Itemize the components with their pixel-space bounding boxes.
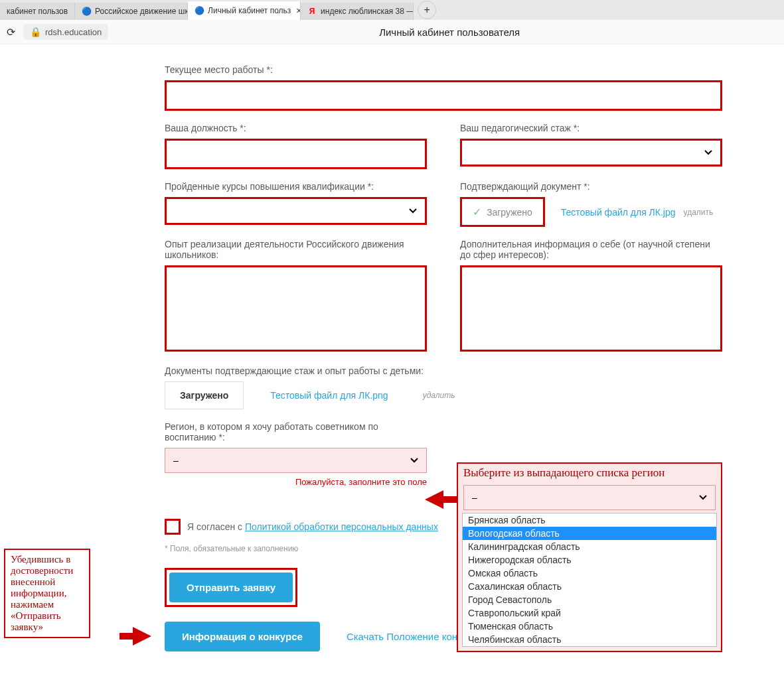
tab-0[interactable]: кабинет пользов bbox=[0, 3, 75, 20]
consent-checkbox[interactable] bbox=[165, 519, 181, 535]
tab-2[interactable]: 🔵Личный кабинет польз× bbox=[188, 1, 301, 20]
annotation-dd-item[interactable]: Вологодская область bbox=[463, 527, 716, 540]
addinfo-textarea[interactable] bbox=[460, 265, 722, 352]
browser-tabs: кабинет пользов 🔵Российское движение шк … bbox=[0, 0, 784, 20]
annotation-dd-item[interactable]: Сахалинская область bbox=[463, 580, 716, 593]
consent-text: Я согласен с Политикой обработки персона… bbox=[187, 521, 438, 532]
yandex-icon: Я bbox=[307, 7, 317, 16]
annotation-dd-item[interactable]: Город Севастополь bbox=[463, 593, 716, 606]
docs-delete-link[interactable]: удалить bbox=[423, 391, 455, 400]
annotation-dd-item[interactable]: Тюменская область bbox=[463, 620, 716, 633]
page-title: Личный кабинет пользователя bbox=[121, 27, 777, 38]
annotation-dd-item[interactable]: Брянская область bbox=[463, 513, 716, 527]
region-label: Регион, в котором я хочу работать советн… bbox=[165, 421, 427, 442]
new-tab-button[interactable]: + bbox=[418, 1, 436, 19]
submit-button[interactable]: Отправить заявку bbox=[169, 573, 293, 602]
url-text: rdsh.education bbox=[45, 27, 102, 37]
rdsh-exp-textarea[interactable] bbox=[165, 265, 427, 352]
confirm-doc-label: Подтверждающий документ *: bbox=[460, 181, 722, 192]
annotation-submit-note: Убедившись в достоверности внесенной инф… bbox=[4, 549, 90, 638]
region-select[interactable]: – bbox=[165, 448, 427, 473]
position-label: Ваша должность *: bbox=[165, 123, 427, 133]
experience-select[interactable] bbox=[460, 139, 722, 167]
lock-icon: 🔒 bbox=[30, 27, 41, 37]
tab-label: кабинет пользов bbox=[7, 7, 68, 16]
close-icon[interactable]: × bbox=[296, 5, 301, 16]
position-input[interactable] bbox=[165, 139, 427, 169]
annotation-dd-item[interactable]: Омская область bbox=[463, 567, 716, 580]
reload-icon[interactable]: ⟳ bbox=[7, 26, 15, 38]
annotation-dd-list: Брянская областьВологодская областьКалин… bbox=[462, 513, 717, 647]
annotation-dd-item[interactable]: Калининградская область bbox=[463, 540, 716, 553]
url-box[interactable]: 🔒 rdsh.education bbox=[23, 24, 108, 40]
region-error: Пожалуйста, заполните это поле bbox=[165, 477, 427, 487]
delete-file-link[interactable]: удалить bbox=[684, 208, 714, 217]
tab-label: индекс люблинская 38 — bbox=[321, 7, 414, 16]
tab-3[interactable]: Яиндекс люблинская 38 — bbox=[301, 3, 414, 20]
tab-label: Российское движение шк bbox=[95, 7, 188, 16]
addinfo-label: Дополнительная информация о себе (от нау… bbox=[460, 239, 722, 260]
consent-link[interactable]: Политикой обработки персональных данных bbox=[245, 521, 438, 532]
docs-upload-status[interactable]: Загружено bbox=[165, 381, 244, 409]
contest-info-button[interactable]: Информация о конкурсе bbox=[165, 622, 320, 651]
courses-select[interactable] bbox=[165, 197, 427, 225]
annotation-dd-item[interactable]: Челябинская область bbox=[463, 633, 716, 646]
annotation-region-dropdown: Выберите из выпадающего списка регион – … bbox=[457, 462, 722, 652]
tab-1[interactable]: 🔵Российское движение шк bbox=[75, 3, 188, 20]
annotation-dd-title: Выберите из выпадающего списка регион bbox=[458, 464, 721, 485]
docs-label: Документы подтверждающие стаж и опыт раб… bbox=[165, 366, 722, 376]
check-icon: ✓ bbox=[473, 206, 481, 218]
workplace-input[interactable] bbox=[165, 80, 722, 111]
docs-file-link[interactable]: Тестовый файл для ЛК.png bbox=[270, 390, 388, 401]
annotation-arrow-region bbox=[425, 490, 443, 509]
favicon: 🔵 bbox=[195, 6, 204, 15]
experience-label: Ваш педагогический стаж *: bbox=[460, 123, 722, 133]
address-bar: ⟳ 🔒 rdsh.education Личный кабинет пользо… bbox=[0, 20, 784, 44]
workplace-label: Текущее место работы *: bbox=[165, 64, 722, 75]
confirm-file-link[interactable]: Тестовый файл для ЛК.jpg bbox=[561, 207, 676, 218]
rdsh-exp-label: Опыт реализации деятельности Российского… bbox=[165, 239, 427, 260]
uploaded-text: Загружено bbox=[487, 207, 532, 218]
annotation-dd-item[interactable]: Ставропольский край bbox=[463, 606, 716, 620]
annotation-dd-item[interactable]: Нижегородская область bbox=[463, 553, 716, 567]
upload-status-box[interactable]: ✓ Загружено bbox=[460, 197, 545, 227]
courses-label: Пройденные курсы повышения квалификации … bbox=[165, 181, 427, 192]
tab-label: Личный кабинет польз bbox=[208, 6, 291, 15]
annotation-dd-select[interactable]: – bbox=[463, 485, 716, 510]
annotation-arrow-submit bbox=[133, 627, 151, 645]
favicon: 🔵 bbox=[82, 7, 91, 16]
